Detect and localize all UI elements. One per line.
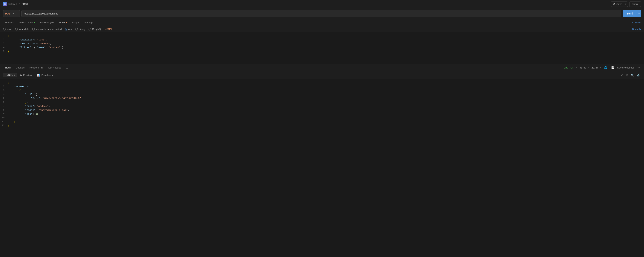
radio-none bbox=[3, 28, 6, 30]
radio-form-data bbox=[15, 28, 18, 30]
format-left: {} JSON ▾ ▶ Preview 📊 Visualize ▾ bbox=[3, 72, 55, 78]
response-tab-cookies[interactable]: Cookies bbox=[14, 64, 27, 71]
search-icon-btn[interactable]: 🔍 bbox=[630, 73, 635, 77]
tab-body[interactable]: Body bbox=[57, 19, 69, 26]
body-dot bbox=[66, 22, 67, 23]
chart-icon: 📊 bbox=[37, 74, 40, 77]
req-line-4: 4 "filter": { "name": "Andrew" } bbox=[0, 46, 644, 50]
res-line-4: 4 "_id": { bbox=[0, 93, 644, 96]
response-tab-body[interactable]: Body bbox=[3, 64, 13, 71]
req-line-2: 2 "database": "test", bbox=[0, 38, 644, 42]
response-history-button[interactable]: ⏱ bbox=[64, 64, 70, 71]
response-tabs-right: 200 OK • 33 ms • 223 B • 🌐 💾 Save Respon… bbox=[564, 66, 641, 70]
response-time: 33 ms bbox=[580, 66, 586, 69]
response-tabs-bar: Body Cookies Headers (3) Test Results ⏱ … bbox=[0, 64, 644, 71]
format-badge[interactable]: {} JSON ▾ bbox=[3, 73, 17, 77]
request-code-editor[interactable]: 1 { 2 "database": "test", 3 "collection"… bbox=[0, 32, 644, 64]
response-visualize-btn[interactable]: 📊 Visualize ▾ bbox=[35, 72, 55, 78]
response-code-editor[interactable]: 1 { 2 "documents": [ 3 { 4 "_id": { bbox=[0, 79, 644, 257]
svg-rect-1 bbox=[614, 3, 614, 4]
authorization-dot bbox=[34, 22, 35, 23]
body-types: none form-data x-www-form-urlencoded raw… bbox=[3, 28, 114, 30]
request-section: POST ▾ Send ▾ Params Authorization Head bbox=[0, 8, 644, 64]
tab-settings[interactable]: Settings bbox=[82, 19, 95, 26]
res-line-7: 7 "name": "Andrew", bbox=[0, 104, 644, 108]
send-button-main[interactable]: Send bbox=[623, 10, 637, 17]
top-bar-left: ⊞ DataAPI / POST bbox=[3, 2, 28, 6]
res-line-12: 12 } bbox=[0, 124, 644, 128]
radio-raw bbox=[65, 28, 68, 30]
res-line-8: 8 "email": "andrew@example.com", bbox=[0, 108, 644, 112]
status-text: OK bbox=[570, 66, 574, 69]
app-logo-icon: ⊞ bbox=[3, 2, 7, 6]
tab-headers[interactable]: Headers (10) bbox=[38, 19, 57, 26]
body-type-raw[interactable]: raw bbox=[65, 28, 72, 30]
beautify-button[interactable]: Beautify bbox=[632, 28, 641, 30]
more-options-btn[interactable]: ••• bbox=[637, 66, 641, 70]
expand-icon-btn[interactable]: ⤢ bbox=[620, 73, 624, 77]
req-line-3: 3 "collection": "users", bbox=[0, 42, 644, 46]
body-type-none[interactable]: none bbox=[3, 28, 12, 30]
save-response-label: Save Response bbox=[617, 66, 634, 69]
save-dropdown-arrow[interactable]: ▾ bbox=[624, 2, 628, 6]
req-line-1: 1 { bbox=[0, 34, 644, 38]
response-tabs-left: Body Cookies Headers (3) Test Results ⏱ bbox=[3, 64, 70, 71]
request-tabs-left: Params Authorization Headers (10) Body S… bbox=[3, 19, 95, 26]
response-editor-content: 1 { 2 "documents": [ 3 { 4 "_id": { bbox=[0, 79, 644, 130]
response-tab-test-results[interactable]: Test Results bbox=[46, 64, 63, 71]
res-line-3: 3 { bbox=[0, 89, 644, 93]
history-icon: ⏱ bbox=[66, 66, 68, 69]
globe-icon-btn[interactable]: 🌐 bbox=[603, 66, 608, 70]
request-tabs-bar: Params Authorization Headers (10) Body S… bbox=[0, 19, 644, 26]
response-tab-headers[interactable]: Headers (3) bbox=[27, 64, 45, 71]
res-line-11: 11 ] bbox=[0, 120, 644, 124]
url-bar: POST ▾ Send ▾ bbox=[0, 8, 644, 19]
play-icon: ▶ bbox=[20, 74, 22, 77]
response-size: 223 B bbox=[592, 66, 598, 69]
req-line-5: 5 } bbox=[0, 50, 644, 54]
share-button[interactable]: Share bbox=[629, 1, 641, 7]
send-dropdown-arrow[interactable]: ▾ bbox=[637, 10, 641, 17]
method-label: POST bbox=[5, 12, 12, 15]
app-logo: ⊞ DataAPI / POST bbox=[3, 2, 28, 6]
tab-scripts[interactable]: Scripts bbox=[70, 19, 82, 26]
radio-binary bbox=[75, 28, 78, 30]
response-section: Body Cookies Headers (3) Test Results ⏱ … bbox=[0, 64, 644, 257]
radio-graphql bbox=[88, 28, 91, 30]
res-line-9: 9 "age": 25 bbox=[0, 112, 644, 116]
res-line-10: 10 } bbox=[0, 116, 644, 120]
link-icon-btn[interactable]: 🔗 bbox=[636, 73, 641, 77]
body-type-bar: none form-data x-www-form-urlencoded raw… bbox=[0, 26, 644, 32]
cookies-link[interactable]: Cookies bbox=[632, 21, 641, 24]
copy-icon-btn[interactable]: ⎘ bbox=[626, 73, 628, 77]
res-line-5: 5 "$oid": "67a2e9b70a5e9467a00918b0" bbox=[0, 96, 644, 100]
body-type-urlencoded[interactable]: x-www-form-urlencoded bbox=[32, 28, 62, 30]
save-response-icon-btn[interactable]: 💾 bbox=[610, 66, 615, 70]
body-type-binary[interactable]: binary bbox=[75, 28, 86, 30]
response-format-bar: {} JSON ▾ ▶ Preview 📊 Visualize ▾ ⤢ ⎘ 🔍 bbox=[0, 71, 644, 79]
json-badge[interactable]: JSON ▾ bbox=[105, 28, 114, 30]
format-right: ⤢ ⎘ 🔍 🔗 bbox=[620, 73, 641, 77]
app-name: DataAPI bbox=[8, 3, 17, 5]
main-layout: POST ▾ Send ▾ Params Authorization Head bbox=[0, 8, 644, 257]
send-button-group[interactable]: Send ▾ bbox=[623, 10, 641, 17]
res-line-6: 6 }, bbox=[0, 100, 644, 104]
visualize-dropdown-icon: ▾ bbox=[52, 74, 53, 77]
method-selector[interactable]: POST ▾ bbox=[3, 10, 20, 17]
save-icon bbox=[613, 3, 616, 5]
url-input[interactable] bbox=[22, 10, 622, 17]
top-bar-right: Save ▾ Share bbox=[611, 1, 641, 7]
save-button-group[interactable]: Save ▾ bbox=[611, 1, 628, 7]
breadcrumb-method: POST bbox=[22, 3, 28, 5]
save-button-main[interactable]: Save bbox=[611, 2, 624, 6]
body-type-graphql[interactable]: GraphQL bbox=[88, 28, 102, 30]
method-arrow-icon: ▾ bbox=[13, 12, 14, 15]
breadcrumb-separator: / bbox=[19, 3, 20, 5]
tab-authorization[interactable]: Authorization bbox=[16, 19, 37, 26]
curly-braces-icon: {} bbox=[5, 74, 6, 76]
radio-urlencoded bbox=[32, 28, 35, 30]
status-code: 200 bbox=[564, 66, 568, 69]
response-preview-btn[interactable]: ▶ Preview bbox=[18, 72, 34, 78]
tab-params[interactable]: Params bbox=[3, 19, 16, 26]
body-type-form-data[interactable]: form-data bbox=[15, 28, 29, 30]
